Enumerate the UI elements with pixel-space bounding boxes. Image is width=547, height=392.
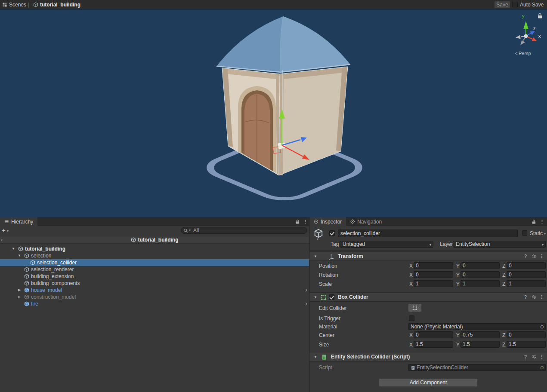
script-component-header[interactable]: ▼ Entity Selection Collider (Script) ? (309, 352, 547, 361)
hierarchy-row-selection[interactable]: ▼ selection (0, 252, 309, 259)
lock-icon[interactable] (295, 219, 300, 224)
collapse-chevron-icon[interactable]: ‹ (1, 236, 3, 243)
add-component-button[interactable]: Add Component (379, 378, 478, 387)
scale-y-field[interactable]: 1 (460, 280, 500, 287)
position-z-field[interactable]: 0 (507, 262, 546, 269)
layer-dropdown[interactable]: EntitySelection ▾ (453, 241, 546, 248)
hierarchy-row-building_extension[interactable]: building_extension (0, 273, 309, 280)
more-options-icon[interactable] (539, 354, 544, 359)
static-dropdown-arrow[interactable]: ▾ (544, 232, 546, 236)
autosave-checkbox[interactable] (512, 2, 518, 7)
gameobject-icon (30, 260, 35, 265)
rotation-x-field[interactable]: 0 (414, 271, 453, 278)
size-y-field[interactable]: 1.5 (460, 341, 500, 348)
hierarchy-item-label: fire (31, 300, 38, 307)
script-object-field[interactable]: EntitySelectionCollider ⊙ (408, 364, 546, 371)
hierarchy-row-construction_model[interactable]: ▶ construction_model (0, 294, 309, 300)
rotation-y-field[interactable]: 0 (460, 271, 500, 278)
script-row: Script EntitySelectionCollider ⊙ (309, 364, 547, 371)
hierarchy-row-selection_renderer[interactable]: selection_renderer (0, 266, 309, 273)
gizmo-x-label[interactable]: x (538, 34, 541, 39)
tab-hierarchy[interactable]: Hierarchy (0, 217, 37, 226)
object-picker-icon[interactable]: ⊙ (540, 364, 544, 371)
center-x-field[interactable]: 0 (414, 331, 453, 338)
hierarchy-row-selection_collider[interactable]: selection_collider (0, 259, 309, 266)
active-checkbox[interactable] (329, 230, 335, 236)
help-icon[interactable]: ? (523, 293, 528, 301)
tab-navigation[interactable]: Navigation (346, 217, 386, 226)
size-z-field[interactable]: 1.5 (507, 341, 546, 348)
save-button[interactable]: Save (494, 1, 510, 8)
gizmo-center-ball[interactable] (524, 34, 528, 38)
gizmo-z-label[interactable]: z (533, 26, 536, 31)
add-gameobject-button[interactable]: + (2, 227, 6, 234)
breadcrumb-scene-name[interactable]: tutorial_building (40, 0, 80, 9)
scale-z-field[interactable]: 1 (507, 280, 546, 287)
persp-label[interactable]: Persp (519, 51, 531, 56)
axis-y-label: Y (456, 281, 460, 288)
transform-icon (328, 254, 334, 260)
tag-dropdown[interactable]: Untagged ▾ (340, 241, 433, 248)
more-options-icon[interactable] (303, 219, 308, 224)
more-options-icon[interactable] (539, 294, 544, 300)
help-icon[interactable]: ? (523, 252, 528, 260)
persp-toggle-chevron[interactable]: < (515, 51, 517, 56)
hierarchy-row-fire[interactable]: fire › (0, 300, 309, 307)
foldout-icon[interactable]: ▼ (314, 355, 317, 359)
hierarchy-row-building_components[interactable]: building_components (0, 280, 309, 287)
center-z-field[interactable]: 0 (507, 331, 546, 338)
icon-dropdown-arrow[interactable]: ▾ (317, 237, 318, 241)
more-options-icon[interactable] (539, 254, 544, 259)
foldout-icon[interactable]: ▼ (11, 245, 15, 252)
hierarchy-row-tutorial_building[interactable]: ▼ tutorial_building (0, 245, 309, 252)
material-label: Material (319, 323, 337, 331)
hierarchy-row-house_model[interactable]: ▶ house_model › (0, 287, 309, 294)
scene-view[interactable]: y z x < Persp (0, 9, 547, 217)
static-checkbox[interactable] (522, 230, 527, 236)
edit-collider-button[interactable] (408, 303, 422, 312)
gizmo-y-label[interactable]: y (522, 13, 525, 18)
tab-inspector[interactable]: Inspector (309, 217, 346, 226)
hierarchy-item-label: building_components (31, 280, 80, 287)
add-dropdown-arrow[interactable]: ▾ (7, 229, 9, 233)
foldout-icon[interactable]: ▼ (17, 252, 22, 259)
prefab-open-chevron[interactable]: › (305, 286, 307, 293)
search-input[interactable]: ▾ All (181, 227, 307, 234)
position-x-field[interactable]: 0 (414, 262, 453, 269)
rotation-z-field[interactable]: 0 (507, 271, 546, 278)
scene-viewport[interactable]: y z x < Persp (0, 9, 547, 217)
object-picker-icon[interactable]: ⊙ (540, 324, 544, 330)
foldout-icon[interactable]: ▼ (314, 295, 317, 299)
scale-x-field[interactable]: 1 (414, 280, 453, 287)
scene-header-bar[interactable]: ‹ tutorial_building (0, 236, 309, 244)
lock-icon[interactable] (532, 219, 536, 224)
presets-icon[interactable] (532, 354, 537, 359)
presets-icon[interactable] (532, 254, 537, 259)
position-y-field[interactable]: 0 (460, 262, 500, 269)
search-filter-arrow[interactable]: ▾ (189, 228, 191, 232)
transform-component-header[interactable]: ▼ Transform ? (309, 251, 547, 261)
size-x-field[interactable]: 1.5 (414, 341, 453, 348)
breadcrumb-scenes[interactable]: Scenes (9, 0, 26, 9)
tab-navigation-label: Navigation (357, 219, 382, 225)
gameobject-cube-icon[interactable] (314, 229, 323, 238)
more-options-icon[interactable] (540, 219, 544, 224)
hierarchy-item-label: selection_collider (37, 259, 77, 266)
material-object-field[interactable]: None (Physic Material) ⊙ (408, 323, 546, 330)
rotation-label: Rotation (319, 271, 338, 279)
scene-icon (18, 246, 23, 251)
box-collider-component-header[interactable]: ▼ Box Collider ? (309, 292, 547, 302)
foldout-icon[interactable]: ▶ (17, 287, 22, 294)
prefab-open-chevron[interactable]: › (305, 300, 307, 307)
is-trigger-checkbox[interactable] (409, 315, 414, 321)
center-y-field[interactable]: 0.75 (460, 331, 500, 338)
gameobject-icon (24, 267, 29, 272)
gameobject-name-field[interactable]: selection_collider (338, 230, 518, 237)
axis-x-label: X (409, 263, 413, 270)
foldout-icon[interactable]: ▼ (314, 254, 317, 258)
foldout-icon[interactable]: ▶ (17, 294, 22, 300)
help-icon[interactable]: ? (523, 352, 528, 361)
axis-z-label: Z (502, 332, 505, 339)
component-enabled-checkbox[interactable] (329, 294, 334, 300)
presets-icon[interactable] (532, 294, 537, 300)
